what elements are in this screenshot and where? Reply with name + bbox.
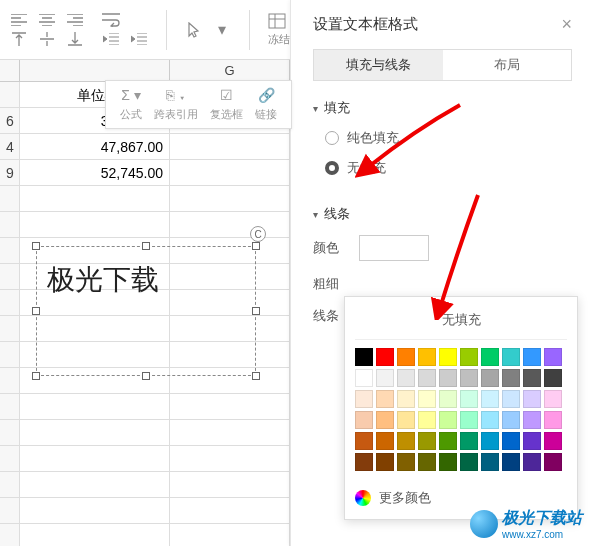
link-button[interactable]: 🔗链接 <box>249 87 283 122</box>
color-swatch-cell[interactable] <box>502 348 520 366</box>
color-swatch-cell[interactable] <box>460 411 478 429</box>
color-swatch-cell[interactable] <box>397 390 415 408</box>
color-swatch-cell[interactable] <box>376 432 394 450</box>
color-swatch-cell[interactable] <box>397 411 415 429</box>
color-swatch-cell[interactable] <box>355 369 373 387</box>
color-swatch-cell[interactable] <box>376 453 394 471</box>
cursor-icon[interactable] <box>185 22 203 38</box>
color-swatch-cell[interactable] <box>502 369 520 387</box>
resize-handle[interactable] <box>252 242 260 250</box>
resize-handle[interactable] <box>32 372 40 380</box>
color-swatch-cell[interactable] <box>502 453 520 471</box>
formula-button[interactable]: Σ ▾公式 <box>114 87 148 122</box>
table-row[interactable] <box>0 212 290 238</box>
color-swatch-cell[interactable] <box>376 411 394 429</box>
wrap-text-icon[interactable] <box>102 12 120 28</box>
color-swatch-cell[interactable] <box>481 348 499 366</box>
color-swatch-cell[interactable] <box>355 453 373 471</box>
color-swatch-cell[interactable] <box>397 348 415 366</box>
indent-decrease-icon[interactable] <box>102 31 120 47</box>
color-swatch-cell[interactable] <box>481 453 499 471</box>
color-swatch-cell[interactable] <box>439 348 457 366</box>
table-row[interactable] <box>0 524 290 546</box>
color-swatch-cell[interactable] <box>481 390 499 408</box>
data-cell[interactable] <box>170 160 290 185</box>
table-row[interactable] <box>0 498 290 524</box>
indent-increase-icon[interactable] <box>130 31 148 47</box>
color-swatch-cell[interactable] <box>355 390 373 408</box>
color-swatch-cell[interactable] <box>523 453 541 471</box>
color-swatch-cell[interactable] <box>460 369 478 387</box>
color-swatch-cell[interactable] <box>481 411 499 429</box>
table-row[interactable] <box>0 420 290 446</box>
color-swatch-cell[interactable] <box>523 348 541 366</box>
color-swatch-cell[interactable] <box>355 432 373 450</box>
color-swatch-cell[interactable] <box>439 411 457 429</box>
color-swatch-cell[interactable] <box>523 390 541 408</box>
color-swatch-cell[interactable] <box>397 453 415 471</box>
resize-handle[interactable] <box>142 242 150 250</box>
color-swatch-cell[interactable] <box>418 390 436 408</box>
color-swatch-cell[interactable] <box>523 432 541 450</box>
section-line[interactable]: 线条 <box>313 205 572 223</box>
color-swatch[interactable] <box>359 235 429 261</box>
table-row[interactable]: 952,745.00 <box>0 160 290 186</box>
textbox[interactable]: 极光下载 <box>36 246 256 376</box>
align-left-icon[interactable] <box>10 12 28 28</box>
resize-handle[interactable] <box>252 372 260 380</box>
textbox-selection[interactable]: C 极光下载 <box>36 246 256 376</box>
color-swatch-cell[interactable] <box>481 432 499 450</box>
more-colors-button[interactable]: 更多颜色 <box>355 481 567 507</box>
resize-handle[interactable] <box>252 307 260 315</box>
color-swatch-cell[interactable] <box>439 432 457 450</box>
color-swatch-cell[interactable] <box>418 432 436 450</box>
color-swatch-cell[interactable] <box>523 411 541 429</box>
color-swatch-cell[interactable] <box>397 432 415 450</box>
crossref-button[interactable]: ⎘ ▾跨表引用 <box>148 87 204 122</box>
column-f[interactable] <box>20 60 170 81</box>
color-swatch-cell[interactable] <box>439 453 457 471</box>
checkbox-button[interactable]: ☑复选框 <box>204 87 249 122</box>
rotate-handle[interactable]: C <box>250 226 266 242</box>
color-swatch-cell[interactable] <box>418 348 436 366</box>
color-swatch-cell[interactable] <box>544 390 562 408</box>
color-swatch-cell[interactable] <box>355 411 373 429</box>
tab-layout[interactable]: 布局 <box>443 50 572 80</box>
color-swatch-cell[interactable] <box>460 348 478 366</box>
color-swatch-cell[interactable] <box>481 369 499 387</box>
tab-fill-line[interactable]: 填充与线条 <box>314 50 443 80</box>
color-swatch-cell[interactable] <box>460 432 478 450</box>
table-row[interactable] <box>0 394 290 420</box>
align-center-icon[interactable] <box>38 12 56 28</box>
table-row[interactable] <box>0 186 290 212</box>
color-swatch-cell[interactable] <box>418 453 436 471</box>
color-swatch-cell[interactable] <box>418 369 436 387</box>
color-swatch-cell[interactable] <box>544 453 562 471</box>
valign-top-icon[interactable] <box>10 31 28 47</box>
color-swatch-cell[interactable] <box>523 369 541 387</box>
color-swatch-cell[interactable] <box>460 390 478 408</box>
picker-nofill-option[interactable]: 无填充 <box>355 305 567 340</box>
table-row[interactable] <box>0 472 290 498</box>
color-swatch-cell[interactable] <box>502 411 520 429</box>
valign-middle-icon[interactable] <box>38 31 56 47</box>
color-swatch-cell[interactable] <box>397 369 415 387</box>
color-swatch-cell[interactable] <box>418 411 436 429</box>
color-swatch-cell[interactable] <box>502 390 520 408</box>
color-swatch-cell[interactable] <box>544 348 562 366</box>
color-swatch-cell[interactable] <box>544 432 562 450</box>
color-swatch-cell[interactable] <box>376 390 394 408</box>
close-icon[interactable]: × <box>561 14 572 35</box>
chevron-down-icon[interactable]: ▾ <box>213 22 231 38</box>
color-swatch-cell[interactable] <box>439 369 457 387</box>
color-swatch-cell[interactable] <box>502 432 520 450</box>
table-row[interactable]: 447,867.00 <box>0 134 290 160</box>
resize-handle[interactable] <box>32 307 40 315</box>
resize-handle[interactable] <box>142 372 150 380</box>
resize-handle[interactable] <box>32 242 40 250</box>
color-swatch-cell[interactable] <box>544 411 562 429</box>
align-right-icon[interactable] <box>66 12 84 28</box>
color-swatch-cell[interactable] <box>355 348 373 366</box>
radio-no-fill[interactable]: 无填充 <box>313 159 572 177</box>
radio-solid-fill[interactable]: 纯色填充 <box>313 129 572 147</box>
